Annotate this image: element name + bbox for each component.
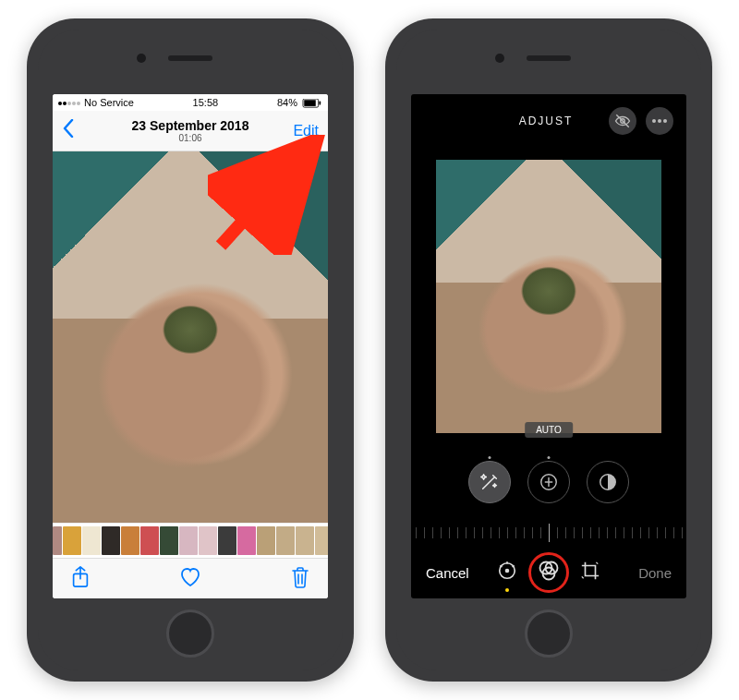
status-left: No Service [58, 97, 134, 108]
thumbnail[interactable] [63, 526, 81, 555]
battery-percent: 84% [277, 97, 297, 108]
slider-tick [665, 527, 666, 538]
slider-tick [449, 527, 450, 538]
cancel-button[interactable]: Cancel [426, 565, 469, 581]
thumbnail[interactable] [140, 526, 159, 555]
svg-line-20 [596, 562, 598, 564]
adjustment-name-label: AUTO [525, 422, 573, 438]
slider-tick [557, 527, 558, 538]
clock: 15:58 [193, 97, 219, 108]
contrast-icon [598, 472, 618, 492]
filters-tab[interactable] [538, 561, 560, 585]
edit-button[interactable]: Edit [293, 123, 319, 139]
screen-right: ADJUST AUTO [411, 94, 686, 598]
editor-bottom-bar: Cancel Done [411, 547, 686, 598]
exposure-icon [539, 472, 559, 492]
slider-tick [673, 527, 674, 538]
status-bar: No Service 15:58 84% [53, 94, 328, 111]
editing-photo [436, 160, 661, 433]
slider-tick [582, 527, 583, 538]
back-button[interactable] [62, 119, 75, 143]
toggle-original-button[interactable] [609, 107, 636, 135]
crop-tab[interactable] [580, 561, 600, 585]
thumbnail[interactable] [82, 526, 101, 555]
thumbnail[interactable] [257, 526, 275, 555]
front-camera [137, 54, 146, 63]
slider-tick [632, 527, 633, 538]
eye-slash-icon [614, 113, 631, 129]
thumbnail[interactable] [276, 526, 295, 555]
thumbnail[interactable] [218, 526, 236, 555]
screen-left: No Service 15:58 84% 23 September 2018 0… [53, 94, 328, 598]
adjustment-controls [411, 445, 686, 519]
svg-point-9 [663, 119, 667, 123]
trash-icon [291, 566, 309, 588]
filters-icon [538, 561, 560, 581]
adjust-tab[interactable] [497, 561, 517, 585]
svg-point-8 [658, 119, 661, 123]
slider-tick [524, 527, 525, 538]
more-button[interactable] [646, 107, 673, 135]
brilliance-button[interactable] [587, 461, 629, 503]
slider-tick [474, 527, 475, 538]
crop-icon [580, 561, 600, 581]
thumbnail[interactable] [315, 526, 328, 555]
slider-tick [432, 527, 433, 538]
slider-tick [682, 527, 683, 538]
thumbnail[interactable] [199, 526, 217, 555]
slider-tick [515, 527, 516, 538]
slider-tick [590, 527, 591, 538]
magic-wand-icon [479, 472, 500, 492]
home-button[interactable] [166, 609, 214, 658]
home-button[interactable] [525, 609, 573, 658]
status-right: 84% [277, 97, 322, 108]
share-icon [71, 566, 90, 588]
favorite-button[interactable] [179, 567, 201, 591]
svg-rect-2 [319, 102, 321, 105]
slider-tick [499, 527, 500, 538]
slider-tick [466, 527, 466, 538]
bottom-toolbar [53, 558, 328, 598]
thumbnail[interactable] [179, 526, 198, 555]
svg-rect-1 [304, 100, 316, 106]
delete-button[interactable] [291, 566, 309, 592]
device-frame: ADJUST AUTO [396, 30, 701, 670]
thumbnail[interactable] [160, 526, 178, 555]
thumbnail[interactable] [121, 526, 139, 555]
slider-tick [424, 527, 425, 538]
signal-dots-icon [58, 97, 81, 108]
auto-enhance-button[interactable] [468, 461, 511, 503]
slider-tick [441, 527, 442, 538]
thumbnail[interactable] [296, 526, 314, 555]
speaker-grille [168, 55, 212, 61]
slider-tick [507, 527, 508, 538]
heart-icon [179, 567, 201, 587]
slider-tick [491, 527, 491, 538]
slider-tick [607, 527, 608, 538]
thumbnail[interactable] [102, 526, 120, 555]
dial-icon [497, 561, 517, 581]
slider-tick [599, 527, 600, 538]
thumbnail[interactable] [53, 526, 62, 555]
slider-tick [640, 527, 641, 538]
exposure-button[interactable] [527, 461, 570, 503]
active-indicator-dot [505, 588, 509, 592]
slider-tick [565, 527, 566, 538]
slider-tick [657, 527, 658, 538]
device-photos-viewer: No Service 15:58 84% 23 September 2018 0… [27, 18, 354, 682]
main-photo[interactable] [53, 151, 328, 523]
photo-date: 23 September 2018 [53, 118, 328, 133]
adjustment-slider[interactable] [411, 519, 686, 547]
device-photo-editor: ADJUST AUTO [385, 18, 712, 682]
edit-mode-switcher [497, 561, 600, 585]
editor-canvas[interactable]: AUTO [411, 148, 686, 445]
front-camera [495, 54, 504, 63]
slider-tick [549, 524, 550, 542]
speaker-grille [527, 55, 571, 61]
navbar: 23 September 2018 01:06 Edit [53, 111, 328, 151]
thumbnail[interactable] [237, 526, 256, 555]
device-frame: No Service 15:58 84% 23 September 2018 0… [38, 30, 343, 670]
done-button[interactable]: Done [638, 565, 672, 581]
share-button[interactable] [71, 566, 90, 592]
thumbnail-strip[interactable] [53, 523, 328, 558]
